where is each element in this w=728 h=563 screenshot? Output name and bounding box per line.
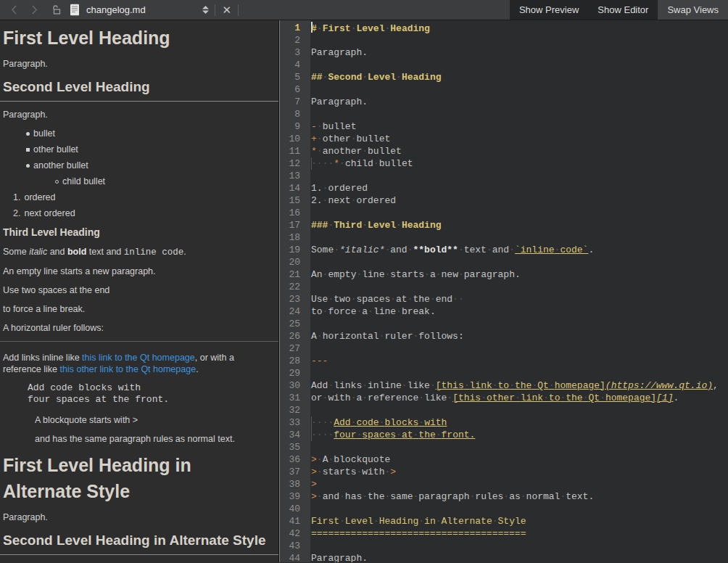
show-preview-button[interactable]: Show Preview (510, 0, 588, 20)
editor-line[interactable]: 152.·next·ordered (280, 194, 728, 207)
filename: changelog.md (86, 4, 146, 15)
editor-line[interactable]: 36>·A·blockquote (280, 453, 728, 466)
line-number: 6 (280, 83, 310, 96)
editor-line[interactable]: 2 (280, 34, 728, 46)
editor-line[interactable]: 28--- (280, 355, 728, 367)
line-number: 39 (280, 490, 310, 503)
preview-link[interactable]: this link to the Qt homepage (82, 353, 195, 363)
close-document-button[interactable]: ✕ (220, 4, 233, 15)
editor-line[interactable]: 8 (280, 108, 728, 120)
code-token: **bold** (413, 244, 458, 255)
editor-line[interactable]: 3Paragraph. (280, 46, 728, 59)
code-token: First·Level·Heading·in·Alternate·Style (311, 516, 526, 527)
preview-paragraph: An empty line starts a new paragraph. (3, 266, 274, 277)
editor-line[interactable]: 34····four·spaces·at·the·front. (280, 429, 728, 441)
preview-heading-h1: First Level Heading (3, 25, 274, 51)
editor-code-area[interactable]: 1#·First·Level·Heading23Paragraph.45##·S… (279, 20, 728, 562)
editor-line[interactable]: 24to·force·a·line·break. (280, 305, 728, 318)
editor-line[interactable]: 13 (280, 170, 728, 182)
editor-line[interactable]: 19Some·*italic*·and·**bold**·text·and·`i… (280, 244, 728, 256)
editor-line[interactable]: 35 (280, 441, 728, 453)
preview-link[interactable]: this other link to the Qt homepage (60, 364, 197, 374)
list-marker (26, 164, 30, 168)
code-token: > (311, 479, 317, 490)
editor-line[interactable]: 12····*·child·bullet (280, 157, 728, 170)
editor-line[interactable]: 6 (280, 83, 728, 96)
editor-line[interactable]: 38> (280, 478, 728, 490)
nav-back-button[interactable] (6, 2, 22, 18)
editor-line[interactable]: 31or·with·a·reference·like·[this·other·l… (280, 392, 728, 404)
swap-views-button[interactable]: Swap Views (658, 0, 728, 20)
line-number: 10 (280, 133, 310, 145)
code-token: - (311, 121, 317, 132)
code-token: ·child·bullet (339, 158, 413, 169)
preview-text-run: bold (67, 247, 86, 257)
line-number: 14 (280, 182, 310, 194)
line-number: 27 (280, 342, 310, 355)
show-editor-button[interactable]: Show Editor (588, 0, 658, 20)
preview-code-block: Add code blocks withfour spaces at the f… (28, 382, 274, 406)
editor-line[interactable]: 30Add·links·inline·like·[this·link·to·th… (280, 379, 728, 392)
code-token: 2.·next·ordered (311, 195, 396, 206)
preview-text-run: inline code (124, 247, 184, 258)
editor-line[interactable]: 37>·starts·with·> (280, 466, 728, 478)
preview-list-item: bullet (26, 128, 274, 139)
preview-paragraph: Paragraph. (3, 58, 274, 70)
editor-line[interactable]: 18 (280, 231, 728, 244)
editor-line[interactable]: 5##·Second·Level·Heading (280, 71, 728, 83)
preview-horizontal-rule (0, 341, 278, 342)
editor-line[interactable]: 16 (280, 207, 728, 219)
line-number: 43 (280, 540, 310, 552)
editor-line[interactable]: 32 (280, 404, 728, 416)
preview-text-run: . (183, 247, 186, 257)
preview-paragraph: Use two spaces at the end (3, 284, 274, 296)
editor-line[interactable]: 26A·horizontal·ruler·follows: (280, 330, 728, 342)
editor-line[interactable]: 9-·bullet (280, 120, 728, 133)
editor-line[interactable]: 11*·another·bullet (280, 145, 728, 157)
editor-line[interactable]: 7Paragraph. (280, 96, 728, 108)
preview-paragraph: Paragraph. (3, 109, 274, 120)
editor-line[interactable]: 23Use·two·spaces·at·the·end·· (280, 293, 728, 305)
editor-line[interactable]: 33····Add·code·blocks·with (280, 416, 728, 429)
editor-line[interactable]: 40 (280, 503, 728, 515)
preview-list-item: 2.next ordered (13, 207, 274, 219)
line-number: 19 (280, 244, 310, 256)
document-tab[interactable]: changelog.md ✕ (0, 0, 244, 20)
line-number: 9 (280, 120, 310, 133)
line-number: 17 (280, 219, 310, 231)
editor-line[interactable]: 42====================================== (280, 527, 728, 540)
preview-list-item: another bullet (26, 160, 274, 171)
editor-line[interactable]: 21An·empty·line·starts·a·new·paragraph. (280, 268, 728, 281)
line-number: 18 (280, 231, 310, 244)
code-token: . (588, 244, 594, 255)
line-number: 35 (280, 441, 310, 453)
editor-line[interactable]: 43 (280, 540, 728, 552)
editor-line[interactable]: 29 (280, 367, 728, 379)
line-number: 33 (280, 416, 310, 429)
code-token: (https://www.qt.io) (605, 380, 713, 391)
editor-line[interactable]: 22 (280, 281, 728, 293)
document-dropdown-icon[interactable] (202, 5, 210, 15)
line-number: 16 (280, 207, 310, 219)
editor-line[interactable]: 39>·and·has·the·same·paragraph·rules·as·… (280, 490, 728, 503)
code-token: Use·two·spaces·at·the·end·· (311, 294, 464, 305)
line-number: 31 (280, 392, 310, 404)
preview-pane[interactable]: First Level HeadingParagraph.Second Leve… (0, 20, 279, 562)
preview-paragraph: to force a line break. (3, 303, 274, 315)
editor-line[interactable]: 1#·First·Level·Heading (280, 22, 728, 34)
list-item-text: other bullet (33, 144, 78, 155)
preview-text-run: to force a line break. (3, 304, 85, 314)
editor-line[interactable]: 25 (280, 318, 728, 330)
editor-line[interactable]: 4 (280, 59, 728, 71)
editor-line[interactable]: 17###·Third·Level·Heading (280, 219, 728, 231)
nav-forward-button[interactable] (26, 2, 42, 18)
preview-paragraph: A horizontal ruler follows: (3, 322, 274, 334)
editor-line[interactable]: 41First·Level·Heading·in·Alternate·Style (280, 515, 728, 527)
editor-line[interactable]: 20 (280, 256, 728, 268)
editor-line[interactable]: 44Paragraph. (280, 552, 728, 562)
code-token: ====================================== (311, 528, 526, 539)
list-item-text: child bullet (62, 176, 105, 187)
editor-line[interactable]: 141.·ordered (280, 182, 728, 194)
editor-line[interactable]: 27 (280, 342, 728, 355)
editor-line[interactable]: 10+·other·bullet (280, 133, 728, 145)
